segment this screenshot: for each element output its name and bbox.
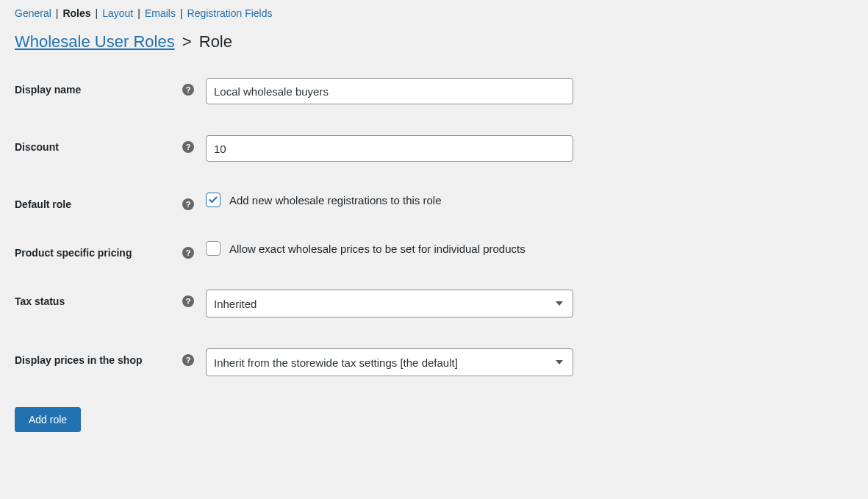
default-role-checkbox[interactable] [206,193,220,207]
nav-tabs: General | Roles | Layout | Emails | Regi… [15,7,853,19]
breadcrumb-current: Role [199,32,232,51]
help-icon[interactable]: ? [182,295,194,307]
tab-roles[interactable]: Roles [62,7,90,19]
row-default-role: Default role ? Add new wholesale registr… [15,193,853,210]
add-role-button[interactable]: Add role [15,407,81,432]
tab-layout[interactable]: Layout [102,7,133,19]
breadcrumb-separator: > [182,32,192,51]
row-display-name: Display name ? [15,78,853,104]
discount-input[interactable] [206,135,573,162]
label-display-prices: Display prices in the shop ? [15,348,206,366]
nav-separator: | [56,7,59,19]
label-discount: Discount ? [15,135,206,153]
nav-separator: | [96,7,98,19]
help-icon[interactable]: ? [182,84,194,96]
product-pricing-checkbox[interactable] [206,241,220,256]
product-pricing-checkbox-label: Allow exact wholesale prices to be set f… [229,243,526,255]
default-role-checkbox-label: Add new wholesale registrations to this … [229,194,442,207]
breadcrumb: Wholesale User Roles > Role [15,32,853,51]
check-icon [208,195,218,205]
label-display-name: Display name ? [15,78,206,96]
label-default-role: Default role ? [15,193,206,210]
row-product-pricing: Product specific pricing ? Allow exact w… [15,241,853,259]
role-form: Display name ? Discount ? Default role ?… [15,78,853,376]
row-display-prices: Display prices in the shop ? Inherit fro… [15,348,853,376]
nav-separator: | [137,7,140,19]
display-prices-select[interactable]: Inherit from the storewide tax settings … [206,348,573,376]
breadcrumb-parent-link[interactable]: Wholesale User Roles [15,32,175,51]
label-tax-status: Tax status ? [15,290,206,307]
nav-separator: | [180,7,183,19]
tax-status-select[interactable]: Inherited [206,290,573,317]
tab-registration-fields[interactable]: Registration Fields [187,7,273,19]
help-icon[interactable]: ? [182,354,194,366]
label-product-pricing: Product specific pricing ? [15,241,206,259]
tab-general[interactable]: General [15,7,51,19]
row-tax-status: Tax status ? Inherited [15,290,853,317]
row-discount: Discount ? [15,135,853,162]
help-icon[interactable]: ? [182,247,194,259]
help-icon[interactable]: ? [182,141,194,153]
display-name-input[interactable] [206,78,573,104]
tab-emails[interactable]: Emails [145,7,176,19]
help-icon[interactable]: ? [182,198,194,210]
